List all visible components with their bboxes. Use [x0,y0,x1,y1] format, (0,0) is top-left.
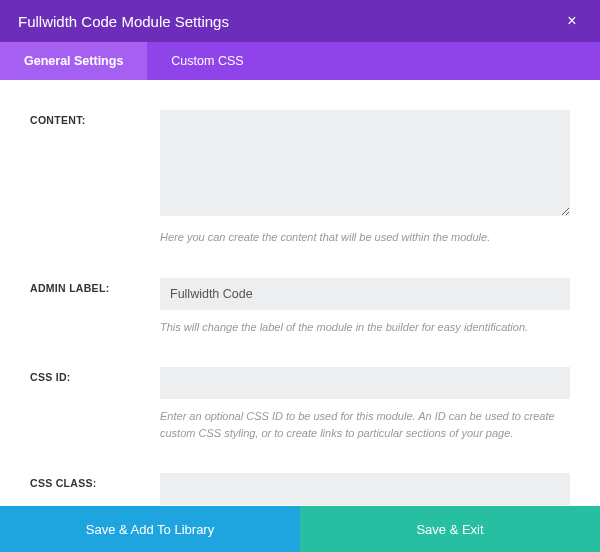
row-content: CONTENT: Here you can create the content… [30,110,570,246]
save-add-library-button[interactable]: Save & Add To Library [0,506,300,552]
save-exit-button[interactable]: Save & Exit [300,506,600,552]
css-id-field-wrap: Enter an optional CSS ID to be used for … [160,367,570,441]
row-css-id: CSS ID: Enter an optional CSS ID to be u… [30,367,570,441]
form-body: CONTENT: Here you can create the content… [0,80,600,506]
tab-general-settings[interactable]: General Settings [0,42,147,80]
admin-label-label: ADMIN LABEL: [30,278,160,336]
tab-custom-css[interactable]: Custom CSS [147,42,267,80]
css-class-input[interactable] [160,473,570,505]
content-help: Here you can create the content that wil… [160,229,570,246]
admin-label-help: This will change the label of the module… [160,319,570,336]
css-id-label: CSS ID: [30,367,160,441]
admin-label-input[interactable] [160,278,570,310]
row-css-class: CSS CLASS: Enter optional CSS classes to… [30,473,570,506]
css-class-field-wrap: Enter optional CSS classes to be used fo… [160,473,570,506]
content-field-wrap: Here you can create the content that wil… [160,110,570,246]
css-class-label: CSS CLASS: [30,473,160,506]
content-textarea[interactable] [160,110,570,216]
close-icon[interactable]: × [562,12,582,30]
css-id-help: Enter an optional CSS ID to be used for … [160,408,570,441]
admin-label-field-wrap: This will change the label of the module… [160,278,570,336]
css-id-input[interactable] [160,367,570,399]
modal-title: Fullwidth Code Module Settings [18,13,229,30]
tab-bar: General Settings Custom CSS [0,42,600,80]
content-label: CONTENT: [30,110,160,246]
row-admin-label: ADMIN LABEL: This will change the label … [30,278,570,336]
modal-footer: Save & Add To Library Save & Exit [0,506,600,552]
modal-header: Fullwidth Code Module Settings × [0,0,600,42]
